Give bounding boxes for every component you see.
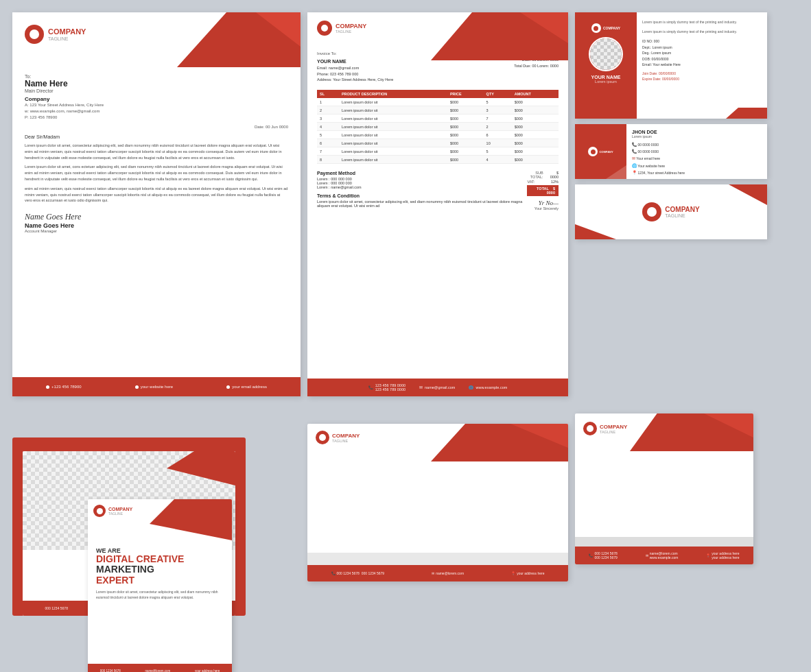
env-logo-text-block: COMPANY TAGLINE bbox=[332, 433, 360, 443]
flyer-footer-phone: 000 1234 5678 bbox=[100, 669, 121, 673]
flyer-logo-icon bbox=[93, 505, 106, 517]
para2: Lorem ipsum dolor sit amet, cons ectetue… bbox=[25, 164, 288, 182]
footer-email: your email address bbox=[226, 385, 267, 389]
id-company-name: COMPANY bbox=[603, 26, 620, 30]
folder-area: COMPANY TAGLINE 000 1234 5678 name@lorem… bbox=[12, 403, 301, 672]
sig-title: Account Manager bbox=[25, 229, 288, 233]
sig-name: Name Goes Here bbox=[25, 222, 288, 229]
totals-sig-block: SUB TOTAL: $ 0000 VAT: 12% TOTAL $ 0000 … bbox=[527, 171, 559, 211]
env-footer-address: 📍 your address here bbox=[511, 571, 544, 575]
sig-cursive: Name Goes Here bbox=[25, 212, 288, 222]
biz-company-name: COMPANY bbox=[599, 150, 613, 154]
payment-details: Lorem : 000 000 000 Lorem : 000 000 000 … bbox=[317, 177, 527, 189]
payment-terms-block: Payment Method Lorem : 000 000 000 Lorem… bbox=[317, 171, 527, 211]
id-info: ID NO: 000 Dept.: Lorem ipsum Deg.: Lore… bbox=[642, 38, 762, 68]
big-env-logo-icon bbox=[583, 422, 597, 435]
biz-back-stripe bbox=[712, 184, 767, 205]
terms-text: Lorem ipsum dolor sit amet, consectetur … bbox=[317, 200, 527, 208]
big-envelope-area: COMPANY TAGLINE 📞 000 1234 5678 000 1234… bbox=[575, 403, 767, 672]
biz-phone2: 📞 00 0000 0000 bbox=[632, 148, 762, 155]
envelope-front: COMPANY TAGLINE 📞 000 1234 5678 000 1234… bbox=[307, 424, 568, 581]
biz-card-contact: 📞 00 0000 0000 📞 00 0000 0000 ✉ Your ema… bbox=[632, 141, 762, 176]
biz-logo-inner bbox=[591, 149, 596, 154]
big-env-logo: COMPANY TAGLINE bbox=[583, 422, 627, 435]
inv-sig-name: Your Sincerely bbox=[527, 206, 559, 211]
biz-card-role: Lorem ipsum bbox=[632, 134, 762, 139]
para1: Lorem ipsum dolor sit amet, consectetur … bbox=[25, 143, 288, 160]
big-env-tagline: TAGLINE bbox=[600, 430, 627, 434]
inv-footer-phone: 📞 123 456 789 0000 123 456 789 0000 bbox=[368, 383, 406, 392]
col-amount: AMOUNT bbox=[512, 90, 559, 98]
invoice-client-name: YOUR NAME bbox=[317, 58, 393, 65]
flyer-tagline: TAGLINE bbox=[108, 512, 132, 516]
flyer-logo: COMPANY TAGLINE bbox=[93, 505, 132, 517]
invoice-signature: Yr No— Your Sincerely bbox=[527, 200, 559, 211]
to-label: To: bbox=[25, 74, 288, 79]
table-row: 8Lorem ipsum dolor sit$0004$000 bbox=[317, 156, 559, 164]
flyer-footer: 000 1234 5678 name@lorem.com your addres… bbox=[88, 664, 232, 672]
signature-block: Name Goes Here Name Goes Here Account Ma… bbox=[25, 212, 288, 233]
id-card-left: COMPANY YOUR NAME Lorem ipsum bbox=[575, 12, 637, 119]
recipient-name: Name Here bbox=[25, 79, 288, 88]
biz-phone1: 📞 00 0000 0000 bbox=[632, 141, 762, 148]
biz-card-name: JHON DOE bbox=[632, 130, 762, 134]
biz-back-company: COMPANY bbox=[665, 206, 699, 213]
id-card-name: YOUR NAME bbox=[591, 75, 621, 80]
big-envelope: COMPANY TAGLINE 📞 000 1234 5678 000 1234… bbox=[575, 413, 753, 564]
inv-logo-icon bbox=[317, 21, 332, 36]
biz-card-corner bbox=[606, 165, 626, 179]
flyer-digital: DIGITAL CREATIVE bbox=[96, 554, 224, 564]
company-name: COMPANY bbox=[48, 27, 86, 36]
logo-inner bbox=[30, 29, 39, 39]
envelope-area: COMPANY TAGLINE 📞 000 1234 5678 000 1234… bbox=[307, 403, 568, 672]
col-sl: SL bbox=[317, 90, 339, 98]
biz-card-left: COMPANY bbox=[575, 124, 626, 179]
id-dates: Join Date: 00/00/0000 Expire Date: 00/00… bbox=[642, 71, 762, 82]
recipient-address: A: 123 Your Street Address Here, City He… bbox=[25, 102, 288, 121]
id-card-logo: COMPANY bbox=[591, 23, 620, 33]
id-photo bbox=[589, 37, 623, 71]
id-lorem2: Lorem ipsum is simply dummy text of the … bbox=[642, 29, 762, 34]
inv-logo-inner bbox=[321, 25, 328, 32]
big-env-footer-address: 📍 your address here your address here bbox=[706, 551, 739, 560]
invoice-to-block: Invoice To: YOUR NAME Email: name@gmail.… bbox=[317, 51, 393, 83]
table-row: 5Lorem ipsum dolor sit$0006$000 bbox=[317, 131, 559, 139]
biz-logo: COMPANY bbox=[588, 147, 613, 156]
salutation: Dear Sir/Madam bbox=[25, 134, 288, 139]
id-logo-icon bbox=[591, 23, 601, 33]
flyer-logo-inner bbox=[97, 508, 103, 514]
footer-web: your website here bbox=[135, 385, 173, 389]
id-photo-checker bbox=[590, 38, 622, 70]
biz-card-right: JHON DOE Lorem ipsum 📞 00 0000 0000 📞 00… bbox=[626, 124, 767, 179]
para3: enim ad minim veniam, quis nostrud exerc… bbox=[25, 186, 288, 204]
payment-method: Payment Method Lorem : 000 000 000 Lorem… bbox=[317, 171, 527, 189]
big-env-footer: 📞 000 1234 5678 000 1234 5679 ✉ name@lor… bbox=[575, 547, 753, 564]
table-row: 1Lorem ipsum dolor sit$0005$000 bbox=[317, 98, 559, 106]
inv-sig-cursive: Yr No— bbox=[527, 200, 559, 206]
vat-row: VAT: 12% bbox=[527, 180, 559, 184]
right-column: COMPANY YOUR NAME Lorem ipsum Lorem ipsu… bbox=[575, 12, 767, 396]
letterhead-logo: COMPANY TAGLINE bbox=[25, 25, 86, 44]
flyer-para: Lorem ipsum dolor sit amet, consectetur … bbox=[96, 590, 224, 600]
env-company: COMPANY bbox=[332, 433, 360, 439]
biz-card-front: COMPANY JHON DOE Lorem ipsum 📞 00 0000 0… bbox=[575, 124, 767, 179]
flyer-footer-address: your address here bbox=[195, 669, 220, 673]
id-lorem1: Lorem ipsum is simply dummy text of the … bbox=[642, 19, 762, 25]
invoice-email: Email: name@gmail.com bbox=[317, 65, 393, 71]
big-env-logo-text-block: COMPANY TAGLINE bbox=[600, 424, 627, 434]
flyer: COMPANY TAGLINE WE ARE DIGITAL CREATIVE … bbox=[88, 499, 232, 672]
invoice-total-due: Total Due: 00 Lorem: 0000 bbox=[514, 63, 559, 69]
biz-back-logo-icon bbox=[642, 202, 661, 221]
recipient-title: Main Director bbox=[25, 88, 288, 93]
col-desc: PRODUCT DESCRIPTION bbox=[339, 90, 447, 98]
id-logo-inner bbox=[593, 26, 598, 31]
env-footer-phone: 📞 000 1234 5678 000 1234 5679 bbox=[331, 571, 385, 575]
biz-email: ✉ Your email here bbox=[632, 155, 762, 162]
biz-back-tagline: TAGLINE bbox=[665, 213, 699, 218]
id-card-role: Lorem ipsum bbox=[595, 80, 617, 84]
letter-date: Date: 00 Jun 0000 bbox=[25, 125, 288, 129]
env-logo-inner bbox=[319, 434, 326, 441]
terms-block: Terms & Condition Lorem ipsum dolor sit … bbox=[317, 193, 527, 208]
total-row: TOTAL $ 0000 bbox=[527, 185, 559, 196]
id-card: COMPANY YOUR NAME Lorem ipsum Lorem ipsu… bbox=[575, 12, 767, 119]
